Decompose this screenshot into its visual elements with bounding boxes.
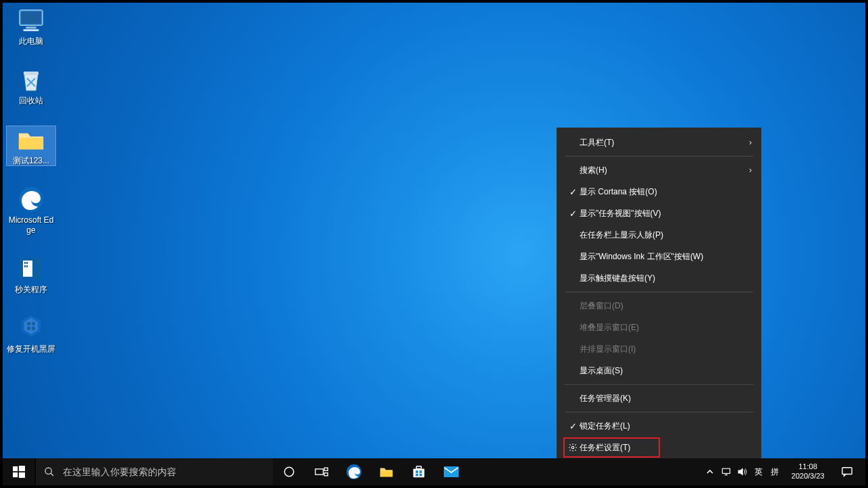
svg-rect-25 xyxy=(19,472,25,478)
context-menu-label: 显示"Windows Ink 工作区"按钮(W) xyxy=(580,251,752,263)
app-blue-icon xyxy=(16,255,46,282)
svg-rect-35 xyxy=(416,466,421,469)
pinned-edge[interactable] xyxy=(338,458,370,485)
desktop-icon-edge[interactable]: Microsoft Edge xyxy=(7,186,55,235)
desktop-icon-app-cube[interactable]: 修复开机黑屏 xyxy=(7,315,55,354)
context-menu-item[interactable]: 任务栏设置(T) xyxy=(557,437,761,458)
clock-date: 2020/3/23 xyxy=(792,472,825,481)
tray-volume-icon[interactable] xyxy=(734,458,750,485)
svg-rect-41 xyxy=(722,468,730,473)
svg-rect-34 xyxy=(413,468,425,477)
context-menu-item[interactable]: 任务管理器(K) xyxy=(557,387,761,409)
context-menu-label: 堆叠显示窗口(E) xyxy=(580,322,752,333)
pinned-microsoft-store[interactable] xyxy=(403,458,435,485)
context-menu-label: 层叠窗口(D) xyxy=(580,300,752,312)
context-menu-label: 搜索(H) xyxy=(580,165,749,176)
svg-rect-19 xyxy=(27,327,30,330)
context-menu-label: 并排显示窗口(I) xyxy=(580,344,752,355)
taskbar: 英 拼 11:08 2020/3/23 xyxy=(3,458,865,485)
svg-rect-9 xyxy=(19,138,43,149)
svg-rect-39 xyxy=(419,474,422,477)
desktop-icon-folder[interactable]: 测试123... xyxy=(7,126,55,165)
desktop-icon-label: 测试123... xyxy=(13,156,49,165)
context-menu-item[interactable]: 显示"Windows Ink 工作区"按钮(W) xyxy=(557,246,761,267)
pinned-file-explorer[interactable] xyxy=(370,458,403,485)
context-menu-item[interactable]: ✓锁定任务栏(L) xyxy=(557,415,761,437)
menu-separator xyxy=(565,156,753,157)
svg-rect-14 xyxy=(26,262,28,264)
svg-rect-13 xyxy=(24,262,26,264)
taskbar-context-menu: 工具栏(T)›搜索(H)›✓显示 Cortana 按钮(O)✓显示"任务视图"按… xyxy=(557,128,761,458)
svg-rect-15 xyxy=(24,265,26,267)
desktop-icon-pc[interactable]: 此电脑 xyxy=(7,7,55,46)
check-icon: ✓ xyxy=(566,187,580,197)
svg-rect-5 xyxy=(21,11,41,24)
desktop-icon-label: 回收站 xyxy=(19,96,43,105)
system-tray: 英 拼 11:08 2020/3/23 xyxy=(702,458,865,485)
folder-icon xyxy=(16,126,46,153)
context-menu-item[interactable]: 显示触摸键盘按钮(Y) xyxy=(557,267,761,289)
context-menu-label: 显示"任务视图"按钮(V) xyxy=(580,208,752,219)
chevron-right-icon: › xyxy=(749,165,752,175)
clock-time: 11:08 xyxy=(798,462,817,472)
context-menu-item[interactable]: 工具栏(T)› xyxy=(557,132,761,153)
svg-rect-30 xyxy=(324,468,328,470)
pinned-mail[interactable] xyxy=(435,458,467,485)
svg-rect-18 xyxy=(32,322,35,325)
context-menu-item: 堆叠显示窗口(E) xyxy=(557,317,761,338)
svg-rect-40 xyxy=(444,466,459,477)
check-icon: ✓ xyxy=(566,209,580,219)
desktop-icon-label: 秒关程序 xyxy=(15,285,47,294)
svg-rect-7 xyxy=(24,29,39,31)
desktop-icon-label: 此电脑 xyxy=(19,36,43,46)
check-icon: ✓ xyxy=(566,421,580,431)
svg-rect-20 xyxy=(32,327,35,330)
svg-point-26 xyxy=(45,468,51,474)
desktop-icon-recycle[interactable]: 回收站 xyxy=(7,66,55,105)
cortana-button[interactable] xyxy=(273,458,305,485)
tray-ime-lang[interactable]: 英 xyxy=(750,458,767,485)
search-icon xyxy=(36,466,63,477)
context-menu-label: 工具栏(T) xyxy=(580,137,749,148)
svg-rect-24 xyxy=(13,472,18,477)
taskbar-search[interactable] xyxy=(35,458,273,485)
context-menu-label: 任务管理器(K) xyxy=(580,393,752,404)
tray-network-icon[interactable] xyxy=(718,458,734,485)
start-button[interactable] xyxy=(3,458,35,485)
task-view-button[interactable] xyxy=(305,458,338,485)
context-menu-item[interactable]: 显示桌面(S) xyxy=(557,360,761,381)
context-menu-item: 并排显示窗口(I) xyxy=(557,338,761,360)
context-menu-item: 层叠窗口(D) xyxy=(557,295,761,317)
tray-chevron-up-icon[interactable] xyxy=(702,458,718,485)
pc-icon xyxy=(16,7,46,34)
svg-rect-29 xyxy=(315,469,324,475)
context-menu-item[interactable]: ✓显示 Cortana 按钮(O) xyxy=(557,181,761,202)
action-center-button[interactable] xyxy=(833,466,861,477)
desktop-icon-app-blue[interactable]: 秒关程序 xyxy=(7,255,55,294)
svg-rect-37 xyxy=(419,470,422,473)
desktop-icon-label: 修复开机黑屏 xyxy=(7,344,55,354)
desktop[interactable]: 此电脑回收站测试123...Microsoft Edge秒关程序修复开机黑屏 工… xyxy=(3,3,865,458)
svg-rect-42 xyxy=(842,468,852,475)
context-menu-label: 任务栏设置(T) xyxy=(580,442,752,454)
svg-rect-16 xyxy=(26,265,28,267)
svg-point-28 xyxy=(284,467,294,477)
edge-icon xyxy=(16,186,46,213)
menu-separator xyxy=(565,412,753,412)
svg-point-21 xyxy=(571,446,574,449)
svg-rect-36 xyxy=(415,470,418,473)
desktop-icon-label: Microsoft Edge xyxy=(7,215,55,235)
recycle-icon xyxy=(16,66,46,93)
svg-rect-33 xyxy=(380,471,392,477)
svg-rect-31 xyxy=(324,473,328,476)
context-menu-item[interactable]: ✓显示"任务视图"按钮(V) xyxy=(557,202,761,224)
context-menu-item[interactable]: 在任务栏上显示人脉(P) xyxy=(557,224,761,246)
context-menu-label: 显示 Cortana 按钮(O) xyxy=(580,186,752,198)
tray-ime-mode[interactable]: 拼 xyxy=(767,458,783,485)
svg-rect-23 xyxy=(19,466,25,471)
context-menu-label: 在任务栏上显示人脉(P) xyxy=(580,229,752,241)
context-menu-item[interactable]: 搜索(H)› xyxy=(557,159,761,181)
svg-line-27 xyxy=(51,473,53,476)
taskbar-clock[interactable]: 11:08 2020/3/23 xyxy=(783,462,833,481)
search-input[interactable] xyxy=(63,466,273,477)
